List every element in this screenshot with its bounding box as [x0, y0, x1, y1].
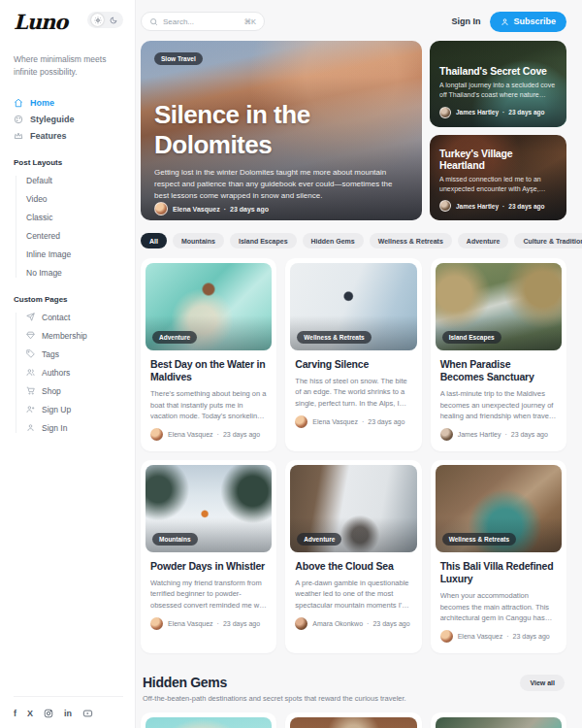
sun-icon[interactable]	[91, 14, 104, 26]
post-card-cove[interactable]: Hidden Gems	[431, 712, 566, 728]
post-card-whistler[interactable]: Mountains Powder Days in Whistler Watchi…	[141, 460, 276, 653]
nav-label: Styleguide	[30, 115, 75, 124]
tag-filter-bar: All Mountains Island Escapes Hidden Gems…	[141, 233, 566, 248]
hero-title: Silence in the Dolomites	[154, 100, 408, 160]
search-input[interactable]	[163, 17, 239, 26]
subscribe-button[interactable]: Subscribe	[490, 12, 566, 32]
author-name[interactable]: Amara Okonkwo	[312, 620, 363, 627]
theme-toggle[interactable]	[87, 12, 123, 28]
post-date: 23 days ago	[368, 418, 404, 425]
filter-hidden-gems[interactable]: Hidden Gems	[303, 233, 364, 248]
linkedin-icon[interactable]: in	[64, 709, 72, 718]
layout-link-centered[interactable]: Centered	[26, 231, 123, 241]
side-post-turkey[interactable]: Turkey's Village Heartland A missed conn…	[430, 135, 566, 221]
post-card-carving-silence[interactable]: Wellness & Retreats Carving Silence The …	[285, 258, 421, 451]
custom-pages-heading: Custom Pages	[14, 295, 123, 304]
tag-badge[interactable]: Adventure	[152, 331, 197, 344]
filter-wellness-retreats[interactable]: Wellness & Retreats	[370, 233, 452, 248]
page-link-sign-up[interactable]: Sign Up	[26, 405, 123, 414]
tag-badge[interactable]: Mountains	[152, 533, 198, 546]
hero-meta: Elena Vasquez·23 days ago	[154, 202, 408, 215]
avatar[interactable]	[440, 630, 453, 643]
side-post-thailand[interactable]: Thailand's Secret Cove A longtail journe…	[430, 41, 566, 127]
post-card-cloud-sea[interactable]: Adventure Above the Cloud Sea A pre-dawn…	[285, 460, 421, 653]
filter-mountains[interactable]: Mountains	[173, 233, 224, 248]
hero-post[interactable]: Slow Travel Silence in the Dolomites Get…	[141, 41, 422, 220]
post-card-sandbar[interactable]: Hidden Gems	[141, 712, 276, 728]
meta-dot: ·	[217, 620, 219, 627]
post-card-paradise-sanctuary[interactable]: Island Escapes When Paradise Becomes San…	[431, 258, 566, 451]
post-card-maldives[interactable]: Adventure Best Day on the Water in Maldi…	[141, 258, 276, 451]
filter-adventure[interactable]: Adventure	[458, 233, 509, 248]
user-plus-icon	[26, 405, 35, 414]
post-excerpt: A longtail journey into a secluded cove …	[439, 81, 557, 100]
sign-in-link[interactable]: Sign In	[451, 17, 480, 26]
filter-culture-traditions[interactable]: Culture & Traditions	[514, 233, 582, 248]
layout-link-inline-image[interactable]: Inline Image	[26, 249, 123, 259]
avatar[interactable]	[295, 617, 307, 630]
avatar[interactable]	[295, 415, 307, 428]
hidden-gems-section-header: Hidden Gems Off-the-beaten-path destinat…	[143, 675, 565, 703]
tag-badge[interactable]: Adventure	[297, 533, 341, 546]
tag-badge[interactable]: Wellness & Retreats	[442, 533, 516, 546]
author-name[interactable]: James Hartley	[458, 431, 501, 438]
post-grid-row-2: Mountains Powder Days in Whistler Watchi…	[141, 460, 566, 653]
filter-all[interactable]: All	[141, 233, 167, 248]
sidebar-header: Luno	[14, 12, 123, 32]
layout-link-no-image[interactable]: No Image	[26, 268, 123, 278]
author-name[interactable]: Elena Vasquez	[312, 418, 358, 425]
search-icon	[149, 17, 158, 26]
x-icon[interactable]: X	[27, 709, 33, 718]
hero-tag-badge[interactable]: Slow Travel	[154, 52, 203, 65]
author-name[interactable]: Elena Vasquez	[173, 206, 220, 213]
author-name[interactable]: Elena Vasquez	[458, 633, 503, 640]
cart-icon	[26, 386, 35, 395]
avatar[interactable]	[439, 107, 451, 118]
view-all-button[interactable]: View all	[520, 675, 565, 691]
filter-island-escapes[interactable]: Island Escapes	[230, 233, 297, 248]
page-link-shop[interactable]: Shop	[26, 386, 123, 396]
page-link-label: Shop	[42, 386, 61, 396]
youtube-icon[interactable]	[82, 709, 93, 718]
logo[interactable]: Luno	[14, 12, 67, 32]
instagram-icon[interactable]	[44, 709, 53, 718]
page-link-membership[interactable]: Membership	[26, 331, 123, 341]
page-link-tags[interactable]: Tags	[26, 349, 123, 359]
page-link-contact[interactable]: Contact	[26, 313, 123, 322]
post-card-bali-villa[interactable]: Wellness & Retreats This Bali Villa Rede…	[431, 460, 566, 653]
post-date: 23 days ago	[230, 206, 269, 213]
nav-item-styleguide[interactable]: Styleguide	[14, 115, 123, 124]
avatar[interactable]	[440, 428, 453, 441]
post-meta: Elena Vasquez·23 days ago	[440, 630, 557, 643]
author-name[interactable]: Elena Vasquez	[168, 431, 213, 438]
layout-link-video[interactable]: Video	[26, 194, 123, 204]
tag-badge[interactable]: Wellness & Retreats	[297, 331, 371, 344]
search-box[interactable]: ⌘K	[141, 12, 265, 31]
crown-icon	[14, 131, 23, 141]
avatar[interactable]	[439, 200, 451, 212]
page-link-sign-in[interactable]: Sign In	[26, 423, 123, 433]
layout-link-default[interactable]: Default	[26, 176, 123, 185]
nav-item-features[interactable]: Features	[14, 131, 123, 141]
meta-dot: ·	[506, 633, 508, 640]
tag-badge[interactable]: Island Escapes	[442, 331, 501, 344]
avatar[interactable]	[150, 428, 163, 441]
author-name[interactable]: James Hartley	[456, 109, 499, 116]
post-excerpt: When your accommodation becomes the main…	[440, 590, 557, 623]
page-link-authors[interactable]: Authors	[26, 368, 123, 378]
avatar[interactable]	[150, 617, 163, 630]
post-meta: Elena Vasquez·23 days ago	[150, 428, 267, 441]
author-name[interactable]: Elena Vasquez	[168, 620, 213, 627]
custom-pages-section: Custom Pages Contact Membership Tags Aut…	[14, 295, 123, 433]
author-name[interactable]: James Hartley	[456, 203, 499, 210]
nav-item-home[interactable]: Home	[14, 98, 123, 108]
avatar[interactable]	[154, 202, 168, 215]
post-meta: Elena Vasquez·23 days ago	[150, 617, 267, 630]
moon-icon[interactable]	[107, 14, 119, 26]
facebook-icon[interactable]: f	[14, 709, 16, 718]
post-card-temple[interactable]: Culture & Traditions	[285, 712, 421, 728]
search-shortcut: ⌘K	[243, 17, 256, 26]
post-title: This Bali Villa Redefined Luxury	[440, 560, 557, 585]
layout-link-classic[interactable]: Classic	[26, 213, 123, 222]
page-link-label: Sign In	[42, 423, 67, 433]
